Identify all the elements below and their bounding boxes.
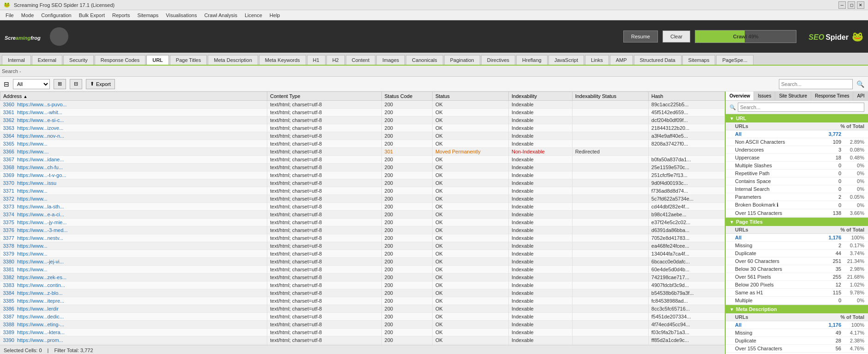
main-tab-directives[interactable]: Directives <box>481 55 515 65</box>
menu-item-licence[interactable]: Licence <box>241 12 266 19</box>
tree-item-parameters[interactable]: Parameters 2 0.05% <box>726 193 868 201</box>
table-row[interactable]: 3362 https://www...e-si-c... text/html; … <box>0 116 725 124</box>
collapse-icon[interactable]: ▼ <box>729 116 734 121</box>
table-row[interactable]: 3378 https://www... text/html; charset=u… <box>0 242 725 250</box>
tree-item-multiple_slashes[interactable]: Multiple Slashes 0 0% <box>726 162 868 170</box>
columns-button[interactable]: ⊞ <box>54 79 66 89</box>
col-indexability[interactable]: Indexability <box>509 92 573 101</box>
table-row[interactable]: 3363 https://www...izove... text/html; c… <box>0 124 725 132</box>
table-row[interactable]: 3375 https://www...-jy-mie... text/html;… <box>0 219 725 226</box>
menu-item-sitemaps[interactable]: Sitemaps <box>133 12 162 19</box>
table-row[interactable]: 3366 https://www.... text/html; charset=… <box>0 148 725 156</box>
table-row[interactable]: 3386 https://www...lerdir text/html; cha… <box>0 305 725 313</box>
main-tab-meta-description[interactable]: Meta Description <box>208 55 258 65</box>
tree-item-missing[interactable]: Missing 49 4.17% <box>726 329 868 337</box>
menu-item-reports[interactable]: Reports <box>108 12 134 19</box>
table-row[interactable]: 3373 https://www...la-sth... text/html; … <box>0 203 725 211</box>
table-row[interactable]: 3389 https://www...-ktera... text/html; … <box>0 329 725 336</box>
tree-item-all[interactable]: All 3,772 <box>726 130 868 138</box>
tree-item-duplicate[interactable]: Duplicate 28 2.38% <box>726 337 868 345</box>
main-tab-content[interactable]: Content <box>346 55 376 65</box>
table-row[interactable]: 3370 https://www...issu text/html; chars… <box>0 179 725 187</box>
table-row[interactable]: 3368 https://www...ch-fu... text/html; c… <box>0 164 725 171</box>
menu-item-visualisations[interactable]: Visualisations <box>162 12 200 19</box>
main-tab-sitemaps[interactable]: Sitemaps <box>682 55 716 65</box>
tree-item-over_115_characters[interactable]: Over 115 Characters 138 3.66% <box>726 209 868 217</box>
table-row[interactable]: 3365 https://www... text/html; charset=u… <box>0 140 725 148</box>
col-indexability-status[interactable]: Indexability Status <box>572 92 648 101</box>
tree-item-underscores[interactable]: Underscores 3 0.08% <box>726 146 868 154</box>
col-hash[interactable]: Hash <box>648 92 724 101</box>
export-button[interactable]: ⬆ Export <box>86 79 115 89</box>
main-tab-h1[interactable]: H1 <box>307 55 326 65</box>
col-status-code[interactable]: Status Code <box>381 92 432 101</box>
tree-item-duplicate[interactable]: Duplicate 44 3.74% <box>726 250 868 257</box>
right-tab-overview[interactable]: Overview <box>726 92 754 100</box>
right-search-input[interactable] <box>738 103 864 112</box>
tree-section-header-metaDescription[interactable]: ▼ Meta Description <box>726 305 868 313</box>
tree-item-uppercase[interactable]: Uppercase 18 0.48% <box>726 154 868 162</box>
menu-item-mode[interactable]: Mode <box>18 12 38 19</box>
menu-item-file[interactable]: File <box>2 12 18 19</box>
tree-item-repetitive_path[interactable]: Repetitive Path 0 0% <box>726 170 868 177</box>
table-row[interactable]: 3367 https://www...idane... text/html; c… <box>0 156 725 164</box>
main-tab-javascript[interactable]: JavaScript <box>549 55 584 65</box>
table-row[interactable]: 3377 https://www...nestv... text/html; c… <box>0 234 725 242</box>
right-panel-content[interactable]: ▼ URLURLs% of Total All 3,772 Non ASCII … <box>726 114 868 354</box>
table-row[interactable]: 3372 https://www... text/html; charset=u… <box>0 195 725 203</box>
table-row[interactable]: 3374 https://www...e-a-ci... text/html; … <box>0 211 725 219</box>
col-content-type[interactable]: Content Type <box>267 92 382 101</box>
table-row[interactable]: 3387 https://www...dedic... text/html; c… <box>0 313 725 321</box>
clear-button[interactable]: Clear <box>663 31 690 43</box>
site-tree-button[interactable]: ⊟ <box>70 79 82 89</box>
minimize-button[interactable]: ─ <box>838 1 846 9</box>
table-container[interactable]: Address ▲ Content Type Status Code Statu… <box>0 92 725 345</box>
table-row[interactable]: 3384 https://www...z-blo... text/html; c… <box>0 289 725 297</box>
tree-section-header-pageTitles[interactable]: ▼ Page Titles <box>726 218 868 226</box>
resume-button[interactable]: Resume <box>623 31 658 43</box>
filter-select[interactable]: All Internal External <box>13 79 50 89</box>
collapse-icon[interactable]: ▼ <box>729 307 734 312</box>
tree-item-over_561_pixels[interactable]: Over 561 Pixels 255 21.68% <box>726 273 868 281</box>
main-tab-meta-keywords[interactable]: Meta Keywords <box>259 55 306 65</box>
main-tab-images[interactable]: Images <box>376 55 405 65</box>
menu-item-crawl-analysis[interactable]: Crawl Analysis <box>200 12 241 19</box>
tree-item-over_60_characters[interactable]: Over 60 Characters 251 21.34% <box>726 257 868 265</box>
menu-item-configuration[interactable]: Configuration <box>37 12 75 19</box>
table-row[interactable]: 3388 https://www...eting-... text/html; … <box>0 321 725 329</box>
main-tab-canonicals[interactable]: Canonicals <box>406 55 443 65</box>
main-tab-links[interactable]: Links <box>585 55 609 65</box>
right-tab-response-times[interactable]: Response Times <box>811 92 853 100</box>
right-tab-site-structure[interactable]: Site Structure <box>775 92 811 100</box>
main-tab-external[interactable]: External <box>32 55 62 65</box>
main-tab-pagespe...[interactable]: PageSpe... <box>716 55 753 65</box>
table-row[interactable]: 3385 https://www...itepre... text/html; … <box>0 297 725 305</box>
tree-item-all[interactable]: All 1,176 100% <box>726 321 868 329</box>
tree-item-over_155_characters[interactable]: Over 155 Characters 56 4.76% <box>726 345 868 353</box>
collapse-icon[interactable]: ▼ <box>729 220 734 225</box>
menu-item-bulk-export[interactable]: Bulk Export <box>75 12 108 19</box>
table-row[interactable]: 3383 https://www...contin... text/html; … <box>0 281 725 289</box>
tree-item-internal_search[interactable]: Internal Search 0 0% <box>726 185 868 193</box>
table-row[interactable]: 3360 https://www...s-puvo... text/html; … <box>0 101 725 109</box>
main-tab-structured-data[interactable]: Structured Data <box>634 55 681 65</box>
tree-item-multiple[interactable]: Multiple 0 0% <box>726 297 868 305</box>
main-tab-page-titles[interactable]: Page Titles <box>170 55 207 65</box>
tree-section-header-url[interactable]: ▼ URL <box>726 114 868 122</box>
table-row[interactable]: 3382 https://www...zek-es... text/html; … <box>0 274 725 281</box>
tree-item-missing[interactable]: Missing 2 0.17% <box>726 242 868 250</box>
main-tab-response-codes[interactable]: Response Codes <box>95 55 145 65</box>
table-row[interactable]: 3371 https://www... text/html; charset=u… <box>0 187 725 195</box>
table-row[interactable]: 3361 https://www...-whit... text/html; c… <box>0 109 725 116</box>
main-tab-internal[interactable]: Internal <box>2 55 31 65</box>
tree-item-below_30_characters[interactable]: Below 30 Characters 35 2.98% <box>726 265 868 273</box>
col-status[interactable]: Status <box>432 92 508 101</box>
menu-item-help[interactable]: Help <box>266 12 284 19</box>
tree-item-non_ascii_characters[interactable]: Non ASCII Characters 109 2.89% <box>726 138 868 146</box>
main-tab-security[interactable]: Security <box>63 55 94 65</box>
col-address[interactable]: Address ▲ <box>0 92 267 101</box>
tree-item-same_as_h1[interactable]: Same as H1 115 9.78% <box>726 289 868 297</box>
main-tab-hreflang[interactable]: Hreflang <box>516 55 548 65</box>
tree-item-broken_bookmark_ℹ[interactable]: Broken Bookmark ℹ 0 0% <box>726 201 868 209</box>
tree-item-contains_space[interactable]: Contains Space 0 0% <box>726 177 868 185</box>
